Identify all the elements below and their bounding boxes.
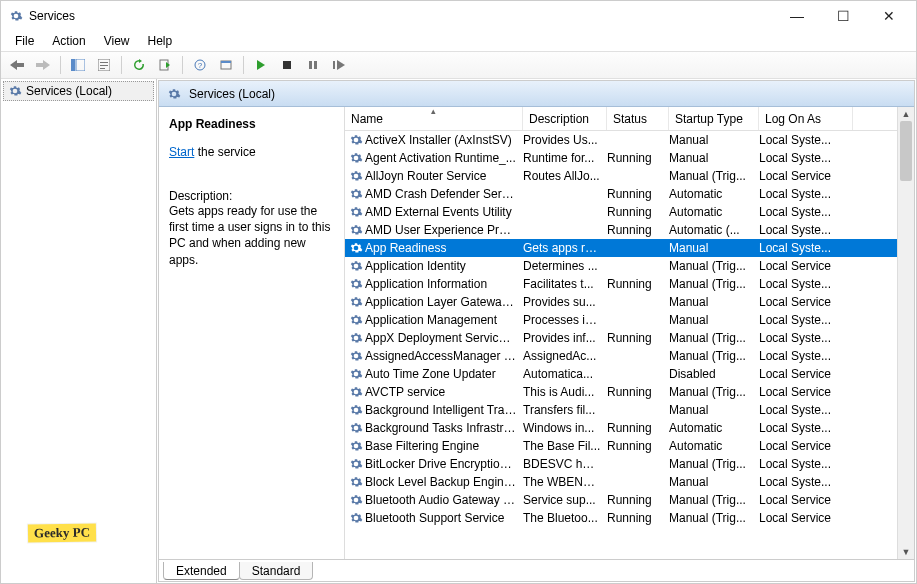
service-row[interactable]: ActiveX Installer (AxInstSV)Provides Us.… [345,131,897,149]
service-gear-icon [349,133,363,147]
service-row[interactable]: AVCTP serviceThis is Audi...RunningManua… [345,383,897,401]
maximize-button[interactable]: ☐ [820,1,866,31]
service-logon: Local Service [759,259,853,273]
service-startup: Automatic [669,421,759,435]
service-row[interactable]: AMD User Experience Progr...RunningAutom… [345,221,897,239]
toolbar: ? [1,51,916,79]
description-label: Description: [169,189,334,203]
nav-back-button[interactable] [5,54,29,76]
service-logon: Local Syste... [759,421,853,435]
col-startup[interactable]: Startup Type [669,107,759,130]
vertical-scrollbar[interactable]: ▲ ▼ [897,107,914,559]
service-row[interactable]: AllJoyn Router ServiceRoutes AllJo...Man… [345,167,897,185]
restart-service-button[interactable] [327,54,351,76]
tab-standard[interactable]: Standard [239,562,314,580]
service-row[interactable]: Base Filtering EngineThe Base Fil...Runn… [345,437,897,455]
pause-service-button[interactable] [301,54,325,76]
service-startup: Automatic [669,205,759,219]
service-logon: Local Syste... [759,241,853,255]
service-row[interactable]: AMD Crash Defender ServiceRunningAutomat… [345,185,897,203]
col-status[interactable]: Status [607,107,669,130]
svg-rect-0 [71,59,75,71]
service-gear-icon [349,493,363,507]
close-button[interactable]: ✕ [866,1,912,31]
service-startup: Manual [669,403,759,417]
menu-file[interactable]: File [7,32,42,50]
service-row[interactable]: Auto Time Zone UpdaterAutomatica...Disab… [345,365,897,383]
svg-rect-14 [333,61,335,69]
service-row[interactable]: Application IdentityDetermines ...Manual… [345,257,897,275]
service-name: Background Intelligent Tran... [365,403,517,417]
service-logon: Local Service [759,169,853,183]
service-name: AMD Crash Defender Service [365,187,517,201]
tree-root[interactable]: Services (Local) [3,81,154,101]
service-name: ActiveX Installer (AxInstSV) [365,133,517,147]
service-row[interactable]: Block Level Backup Engine ...The WBENG..… [345,473,897,491]
properties-button[interactable] [92,54,116,76]
service-name: AssignedAccessManager Se... [365,349,517,363]
service-detail-pane: App Readiness Start the service Descript… [159,107,345,559]
service-logon: Local Syste... [759,475,853,489]
service-logon: Local Syste... [759,223,853,237]
col-logon[interactable]: Log On As [759,107,853,130]
service-logon: Local Service [759,439,853,453]
service-startup: Automatic (... [669,223,759,237]
start-suffix: the service [194,145,255,159]
service-name: AMD User Experience Progr... [365,223,517,237]
list-header: ▴ Name Description Status Startup Type L… [345,107,897,131]
service-description: AssignedAc... [523,349,607,363]
export-list-button[interactable] [153,54,177,76]
service-row[interactable]: AMD External Events UtilityRunningAutoma… [345,203,897,221]
toolbar-extra-button[interactable] [214,54,238,76]
col-name[interactable]: ▴ Name [345,107,523,130]
service-gear-icon [349,313,363,327]
console-tree: Services (Local) Geeky PC [1,79,157,583]
start-service-link[interactable]: Start [169,145,194,159]
tab-extended[interactable]: Extended [163,562,240,580]
service-status: Running [607,439,669,453]
service-description: Routes AllJo... [523,169,607,183]
scroll-up-icon[interactable]: ▲ [898,107,914,121]
service-row[interactable]: App ReadinessGets apps re...ManualLocal … [345,239,897,257]
show-hide-tree-button[interactable] [66,54,90,76]
menu-help[interactable]: Help [140,32,181,50]
menu-view[interactable]: View [96,32,138,50]
service-startup: Manual [669,133,759,147]
service-name: Bluetooth Audio Gateway S... [365,493,517,507]
service-row[interactable]: Bluetooth Audio Gateway S...Service sup.… [345,491,897,509]
nav-forward-button[interactable] [31,54,55,76]
refresh-button[interactable] [127,54,151,76]
service-description: Processes in... [523,313,607,327]
service-startup: Manual (Trig... [669,277,759,291]
help-button[interactable]: ? [188,54,212,76]
service-row[interactable]: Background Intelligent Tran...Transfers … [345,401,897,419]
scroll-down-icon[interactable]: ▼ [898,545,914,559]
col-description[interactable]: Description [523,107,607,130]
minimize-button[interactable]: ― [774,1,820,31]
service-gear-icon [349,331,363,345]
service-row[interactable]: Background Tasks Infrastruc...Windows in… [345,419,897,437]
stop-service-button[interactable] [275,54,299,76]
start-service-button[interactable] [249,54,273,76]
service-name: App Readiness [365,241,517,255]
scroll-thumb[interactable] [900,121,912,181]
service-row[interactable]: Application Layer Gateway ...Provides su… [345,293,897,311]
gear-icon [167,87,181,101]
service-description: Windows in... [523,421,607,435]
service-row[interactable]: Agent Activation Runtime_...Runtime for.… [345,149,897,167]
result-pane-header: Services (Local) [159,81,914,107]
menu-action[interactable]: Action [44,32,93,50]
service-gear-icon [349,457,363,471]
service-row[interactable]: AssignedAccessManager Se...AssignedAc...… [345,347,897,365]
service-logon: Local Syste... [759,349,853,363]
service-row[interactable]: Application ManagementProcesses in...Man… [345,311,897,329]
service-startup: Manual [669,151,759,165]
service-row[interactable]: AppX Deployment Service (...Provides inf… [345,329,897,347]
service-name: Application Management [365,313,517,327]
service-logon: Local Syste... [759,187,853,201]
service-row[interactable]: Bluetooth Support ServiceThe Bluetoo...R… [345,509,897,527]
svg-rect-5 [100,68,105,69]
service-name: Bluetooth Support Service [365,511,517,525]
service-row[interactable]: BitLocker Drive Encryption ...BDESVC hos… [345,455,897,473]
service-row[interactable]: Application InformationFacilitates t...R… [345,275,897,293]
